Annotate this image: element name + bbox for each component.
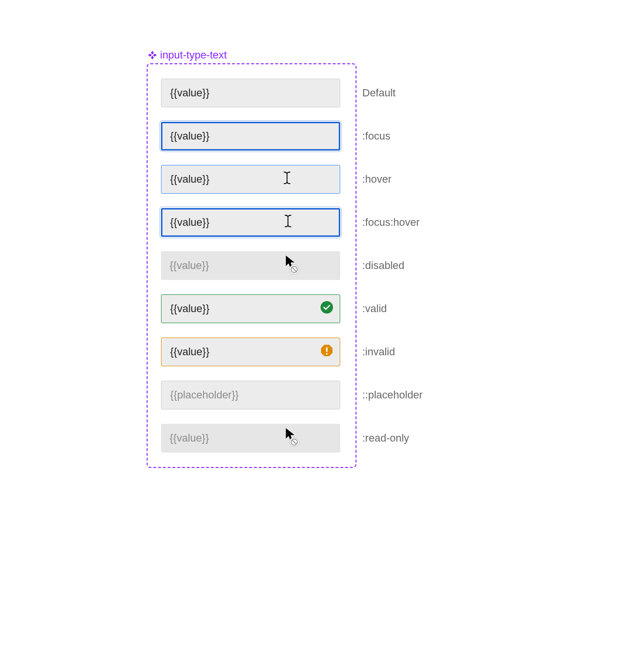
input-value: {{value}} — [170, 130, 331, 142]
component-spec: input-type-text {{value}} Default {{valu… — [147, 49, 356, 468]
component-title: input-type-text — [148, 49, 356, 61]
input-value: {{value}} — [170, 346, 331, 358]
state-row-focus-hover: {{value}} :focus:hover — [161, 208, 342, 237]
text-input-focus[interactable]: {{value}} — [161, 122, 340, 151]
state-label-focus-hover: :focus:hover — [362, 216, 420, 229]
text-input-placeholder[interactable]: {{placeholder}} — [161, 381, 340, 409]
invalid-warning-icon — [321, 344, 333, 360]
input-placeholder: {{placeholder}} — [170, 389, 331, 401]
state-label-valid: :valid — [362, 303, 387, 315]
state-row-placeholder: {{placeholder}} ::placeholder — [161, 381, 342, 409]
state-label-default: Default — [362, 87, 396, 99]
text-input-readonly: {{value}} — [161, 424, 340, 453]
state-row-focus: {{value}} :focus — [161, 122, 342, 151]
state-row-invalid: {{value}} :invalid — [161, 338, 342, 366]
state-row-valid: {{value}} :valid — [161, 294, 342, 323]
text-cursor-icon — [283, 171, 291, 187]
svg-point-6 — [326, 353, 328, 355]
not-allowed-cursor-icon — [284, 254, 301, 278]
state-label-focus: :focus — [362, 130, 391, 142]
input-value: {{value}} — [170, 216, 331, 229]
states-frame: {{value}} Default {{value}} :focus {{val… — [147, 63, 356, 468]
valid-check-icon — [321, 301, 333, 316]
text-input-default[interactable]: {{value}} — [161, 79, 340, 107]
state-label-disabled: :disabled — [362, 259, 404, 272]
input-value: {{value}} — [170, 87, 331, 99]
text-input-valid[interactable]: {{value}} — [161, 294, 340, 323]
state-label-readonly: :read-only — [362, 432, 409, 444]
state-label-invalid: :invalid — [362, 346, 395, 358]
state-label-placeholder: ::placeholder — [362, 389, 423, 401]
text-input-invalid[interactable]: {{value}} — [161, 338, 340, 366]
state-row-hover: {{value}} :hover — [161, 165, 342, 194]
input-value: {{value}} — [170, 173, 331, 186]
input-value: {{value}} — [170, 303, 331, 315]
not-allowed-cursor-icon — [284, 427, 301, 451]
text-input-disabled: {{value}} — [161, 251, 340, 280]
svg-point-3 — [321, 301, 333, 314]
component-name-label: input-type-text — [160, 49, 227, 61]
text-input-hover[interactable]: {{value}} — [161, 165, 340, 194]
text-input-focus-hover[interactable]: {{value}} — [161, 208, 340, 237]
state-row-readonly: {{value}} :read-only — [161, 424, 342, 453]
state-row-disabled: {{value}} :disabled — [161, 251, 342, 280]
state-label-hover: :hover — [362, 173, 391, 186]
state-row-default: {{value}} Default — [161, 79, 342, 107]
input-value: {{value}} — [170, 259, 332, 272]
component-icon — [148, 50, 157, 60]
input-value: {{value}} — [170, 432, 332, 444]
svg-rect-5 — [326, 347, 328, 352]
text-cursor-icon — [284, 214, 292, 231]
